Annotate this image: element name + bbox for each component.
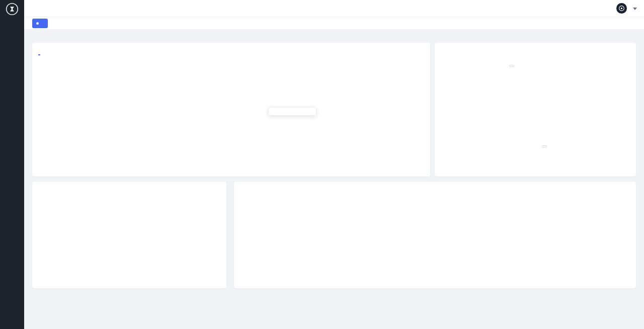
tab-year-usage[interactable] <box>38 49 40 55</box>
online-label <box>542 145 547 147</box>
energy-line-chart <box>32 43 430 177</box>
tab-workbench[interactable] <box>32 19 48 28</box>
chart-row <box>32 43 636 177</box>
app-logo-icon <box>6 3 19 16</box>
pile-status-card <box>435 43 636 177</box>
quick-nav-card <box>32 182 226 288</box>
app-root <box>0 0 644 329</box>
chevron-down-icon <box>633 8 637 10</box>
tab-active-dot <box>36 22 39 25</box>
energy-tabs <box>38 49 40 61</box>
chart-tooltip <box>268 107 316 116</box>
user-menu[interactable] <box>616 3 637 14</box>
avatar <box>616 3 627 14</box>
tabbar <box>24 17 644 30</box>
pile-donut-chart <box>435 43 636 177</box>
energy-analysis-card <box>32 43 430 177</box>
offline-label <box>509 65 514 67</box>
tab-month-usage[interactable] <box>38 55 40 61</box>
sidebar <box>0 0 24 329</box>
fault-mixed-chart <box>234 182 636 288</box>
content <box>24 30 644 329</box>
main-area <box>24 0 644 329</box>
bottom-row <box>32 182 636 288</box>
header <box>24 0 644 17</box>
fault-analysis-card <box>234 182 636 288</box>
